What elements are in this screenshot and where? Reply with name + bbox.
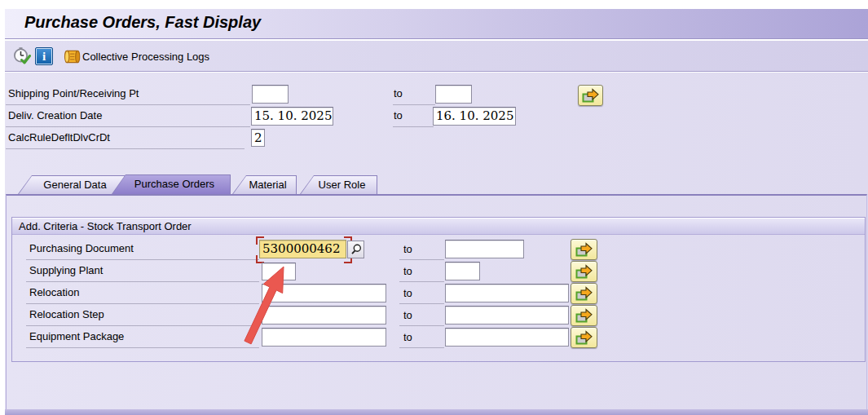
multiple-selection-button[interactable] (571, 239, 597, 260)
tab-label: General Data (18, 179, 126, 191)
multiple-selection-icon (575, 286, 593, 301)
tab-label: Purchase Orders (112, 178, 231, 190)
multiple-selection-button[interactable] (578, 85, 603, 106)
multiple-selection-button[interactable] (571, 305, 597, 326)
shipping-point-from-field[interactable] (252, 85, 289, 104)
row-underline (393, 126, 434, 127)
stock-transport-order-groupbox: Add. Criteria - Stock Transport Order (11, 217, 866, 362)
to-label: to (403, 287, 412, 299)
to-label: to (394, 87, 403, 99)
creation-date-to-field[interactable]: 16. 10. 2025 (433, 107, 516, 126)
purchasing-document-to-field[interactable] (445, 240, 524, 258)
multiple-selection-button[interactable] (571, 283, 597, 304)
sap-gui-screen: Purchase Orders, Fast Display i (0, 0, 868, 415)
tab-material[interactable]: Material (232, 175, 297, 194)
row-underline (26, 281, 259, 282)
equipment-package-to-field[interactable] (445, 328, 569, 347)
field-label-supplying-plant: Supplying Plant (29, 264, 103, 279)
page-title: Purchase Orders, Fast Display (24, 13, 261, 32)
row-underline (6, 148, 245, 149)
row-underline (6, 126, 250, 127)
info-icon: i (35, 47, 53, 65)
groupbox-title: Add. Criteria - Stock Transport Order (19, 220, 192, 232)
to-label: to (403, 331, 412, 343)
title-bar: Purchase Orders, Fast Display (5, 8, 868, 39)
bottom-edge-strip (5, 409, 868, 415)
row-underline (399, 303, 444, 304)
tab-user-role[interactable]: User Role (300, 175, 377, 194)
application-toolbar: i Collective Processing Logs (5, 40, 868, 72)
focus-bracket (256, 236, 264, 245)
supplying-plant-to-field[interactable] (445, 262, 480, 280)
field-label-relocation: Relocation (29, 286, 79, 301)
multiple-selection-icon (575, 264, 593, 279)
multiple-selection-icon (575, 330, 593, 345)
purchasing-document-from-field[interactable]: 5300000462 (259, 240, 346, 258)
tab-purchase-orders[interactable]: Purchase Orders (112, 174, 231, 194)
row-underline (399, 347, 444, 348)
collective-processing-logs-button[interactable] (62, 46, 82, 66)
clock-check-icon (11, 46, 31, 66)
to-label: to (403, 265, 412, 277)
field-label-shipping-point: Shipping Point/Receiving Pt (8, 87, 139, 102)
row-underline (399, 281, 444, 282)
multiple-selection-icon (575, 242, 593, 257)
relocation-to-field[interactable] (445, 284, 569, 302)
supplying-plant-from-field[interactable] (262, 263, 296, 280)
relocation-step-to-field[interactable] (445, 306, 569, 324)
field-label-purchasing-document: Purchasing Document (29, 242, 134, 257)
magnifier-icon (350, 243, 363, 256)
to-label: to (394, 109, 403, 121)
field-label-relocation-step: Relocation Step (29, 308, 104, 323)
row-underline (26, 259, 259, 260)
row-underline (399, 325, 444, 326)
relocation-step-from-field[interactable] (262, 306, 386, 324)
to-label: to (403, 309, 412, 321)
multiple-selection-icon (582, 88, 600, 103)
shipping-point-to-field[interactable] (435, 85, 472, 104)
tab-general-data[interactable]: General Data (18, 175, 126, 194)
tab-label: Material (232, 179, 297, 191)
collective-processing-logs-label[interactable]: Collective Processing Logs (82, 51, 209, 63)
to-label: to (403, 243, 412, 255)
row-underline (6, 104, 250, 105)
multiple-selection-icon (575, 308, 593, 323)
field-label-equipment-package: Equipment Package (29, 330, 124, 345)
row-underline (26, 303, 259, 304)
value-help-button[interactable] (347, 241, 364, 258)
field-label-calcrule: CalcRuleDefltDlvCrDt (8, 131, 110, 146)
creation-date-from-field[interactable]: 15. 10. 2025 (251, 107, 333, 126)
scroll-icon (63, 47, 82, 66)
execute-button[interactable] (11, 46, 31, 66)
field-label-deliv-creation-date: Deliv. Creation Date (8, 109, 102, 124)
tab-label: User Role (300, 179, 377, 191)
info-button[interactable]: i (34, 46, 54, 66)
multiple-selection-button[interactable] (571, 327, 597, 348)
relocation-from-field[interactable] (262, 284, 386, 302)
row-underline (26, 347, 259, 348)
row-underline (26, 325, 259, 326)
row-underline (399, 259, 444, 260)
groupbox-header: Add. Criteria - Stock Transport Order (12, 218, 865, 235)
equipment-package-from-field[interactable] (262, 328, 386, 347)
row-underline (393, 104, 435, 105)
multiple-selection-button[interactable] (571, 261, 597, 282)
calcrule-field[interactable]: 2 (251, 129, 265, 147)
